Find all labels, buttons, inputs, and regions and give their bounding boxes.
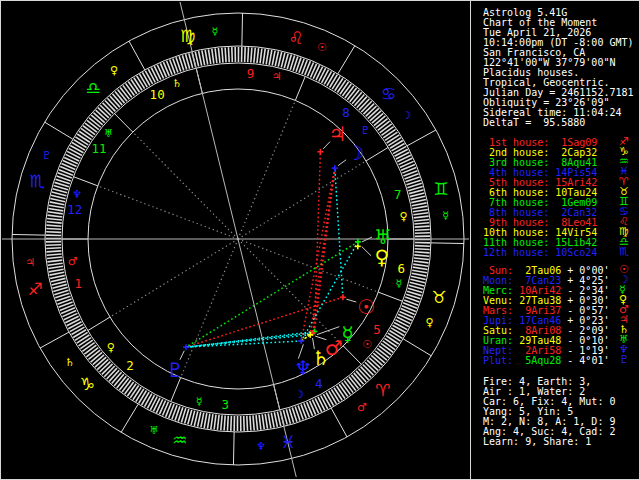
aspect-line-square (301, 168, 335, 341)
degree-tick (394, 149, 407, 156)
sign-ruler-glyph: ☿ (442, 209, 449, 222)
degree-tick (142, 392, 150, 405)
sign-ruler-glyph: ♃ (25, 256, 35, 269)
house-number: 5 (373, 322, 381, 337)
degree-tick (153, 398, 160, 411)
degree-tick (215, 48, 217, 63)
degree-tick (48, 266, 63, 268)
degree-tick (315, 398, 322, 411)
house-cusp-segment (366, 147, 388, 161)
degree-tick (46, 232, 61, 233)
house-cusp-line (238, 100, 295, 239)
house-cusp-segment (73, 177, 97, 186)
degree-tick (47, 260, 62, 262)
degree-tick (415, 252, 430, 253)
aspect-line-square (314, 152, 320, 332)
degree-tick (392, 143, 405, 150)
house-ruler-glyph: ☽ (294, 388, 304, 401)
planet-glyph: ☿ (342, 322, 354, 346)
house-cusp-segment (88, 317, 110, 331)
sign-ruler-glyph: ♂ (357, 401, 367, 414)
degree-tick (278, 52, 281, 67)
degree-tick (330, 75, 338, 88)
degree-tick (67, 319, 80, 326)
degree-tick (412, 273, 427, 276)
house-ruler-glyph: ♀ (399, 210, 407, 223)
planet-glyph: ♄ (312, 346, 330, 370)
planet-glyph: ♆ (294, 356, 312, 380)
degree-tick (46, 251, 61, 252)
degree-tick (46, 248, 61, 249)
planet-glyph: ♇ (166, 358, 184, 382)
sign-ruler-glyph: ☉ (317, 41, 327, 54)
degree-tick (254, 48, 255, 63)
degree-tick (395, 320, 408, 327)
degree-tick (205, 50, 208, 65)
degree-tick (72, 143, 85, 151)
degree-tick (265, 414, 267, 429)
zodiac-sign-glyph: ♍ (180, 26, 195, 46)
sign-boundary (129, 41, 145, 70)
sign-boundary (12, 234, 45, 235)
sign-boundary (407, 130, 436, 146)
sign-boundary (331, 408, 347, 437)
degree-tick (151, 68, 158, 81)
degree-tick (397, 155, 410, 162)
house-cusp-line (133, 132, 238, 239)
degree-tick (253, 415, 254, 430)
degree-tick (262, 414, 264, 429)
aspect-line-square (314, 168, 334, 331)
degree-tick (394, 323, 407, 330)
house-number: 4 (315, 376, 323, 391)
degree-tick (390, 141, 403, 149)
sign-boundary (45, 122, 73, 139)
house-ruler-glyph: ♆ (72, 188, 82, 201)
house-cusp-line (181, 239, 238, 378)
degree-tick (269, 50, 272, 65)
degree-tick (140, 74, 148, 87)
aspect-line-sextile (186, 341, 301, 347)
planet-glyph: ☽ (346, 141, 364, 165)
degree-tick (231, 416, 232, 431)
degree-tick (388, 138, 401, 146)
degree-tick (204, 413, 207, 428)
house-number: 9 (247, 66, 255, 81)
degree-tick (227, 416, 228, 431)
degree-tick (322, 70, 329, 83)
degree-tick (415, 246, 430, 247)
degree-tick (389, 331, 402, 339)
degree-tick (73, 330, 86, 338)
house-cusp-segment (295, 76, 305, 100)
sign-ruler-glyph: ♆ (256, 440, 266, 453)
degree-tick (50, 202, 65, 205)
astrolog-window: ♈♂♉♀♊☿♋☽♌☉♍☿♎♀♏♇♐♃♑♄♒♅♓♆1♂2♀3☿4☽5☉6☿7♀8♇… (0, 0, 640, 480)
house-number: 7 (394, 187, 402, 202)
degree-tick (414, 261, 429, 263)
house-ruler-glyph: ♅ (104, 127, 114, 140)
degree-tick (70, 324, 83, 331)
degree-tick (397, 317, 410, 324)
degree-tick (245, 47, 246, 62)
house-cusp-segment (378, 292, 402, 301)
degree-tick (67, 151, 80, 158)
planet-row: Plut: 5Aqu28 - 4°01'♇ (483, 356, 609, 366)
degree-tick (266, 49, 268, 64)
degree-tick (324, 71, 331, 84)
planet-glyph: ♅ (374, 225, 392, 249)
degree-tick (137, 76, 145, 89)
aspect-line-trine (186, 242, 358, 347)
degree-tick (414, 255, 429, 256)
degree-tick (46, 228, 61, 229)
house-ruler-glyph: ♄ (172, 77, 182, 90)
house-cusp-segment (343, 346, 361, 365)
planet-glyph: ♃ (329, 122, 347, 146)
zodiac-sign-glyph: ♊ (433, 179, 448, 199)
degree-tick (393, 325, 406, 332)
zodiac-sign-glyph: ♌ (289, 28, 304, 48)
degree-tick (66, 154, 79, 161)
degree-tick (212, 49, 214, 64)
house-cusp-line (238, 161, 366, 239)
degree-tick (214, 415, 216, 430)
house-ruler-glyph: ♇ (360, 124, 370, 137)
aspect-line-square (313, 168, 335, 333)
